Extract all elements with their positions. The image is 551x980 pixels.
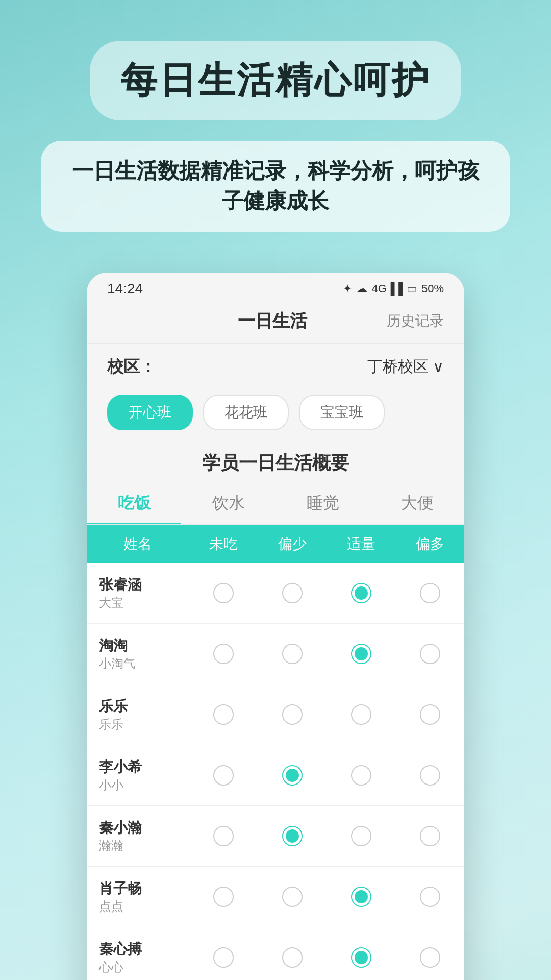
battery-percent: 50% <box>421 282 444 296</box>
radio-cell-less[interactable] <box>258 644 327 664</box>
radio-cell-none[interactable] <box>189 765 258 786</box>
radio-cell-less[interactable] <box>258 704 327 725</box>
radio-cell-none[interactable] <box>189 887 258 907</box>
table-row: 乐乐 乐乐 <box>87 684 464 745</box>
radio-button[interactable] <box>282 583 303 603</box>
table-row: 淘淘 小淘气 <box>87 624 464 684</box>
radio-cell-normal[interactable] <box>327 826 395 846</box>
hero-subtitle: 一日生活数据精准记录，科学分析，呵护孩子健康成长 <box>66 156 485 216</box>
class-tab-huahua[interactable]: 花花班 <box>203 395 289 430</box>
radio-button[interactable] <box>282 887 303 907</box>
table-row: 秦心搏 心心 <box>87 927 464 980</box>
radio-cell-none[interactable] <box>189 644 258 664</box>
student-name-cell: 淘淘 小淘气 <box>87 628 189 680</box>
radio-cell-more[interactable] <box>395 583 464 603</box>
radio-button[interactable] <box>351 704 371 725</box>
student-nickname: 小小 <box>99 777 123 793</box>
radio-button[interactable] <box>213 887 234 907</box>
radio-button[interactable] <box>420 947 440 968</box>
hero-title: 每日生活精心呵护 <box>120 56 431 105</box>
category-tab-eat[interactable]: 吃饭 <box>87 484 181 524</box>
table-row: 张睿涵 大宝 <box>87 563 464 624</box>
radio-button[interactable] <box>420 583 440 603</box>
student-name: 乐乐 <box>99 697 128 716</box>
radio-cell-less[interactable] <box>258 583 327 603</box>
hero-section: 每日生活精心呵护 一日生活数据精准记录，科学分析，呵护孩子健康成长 <box>0 0 551 252</box>
status-bar: 14:24 ✦ ☁ 4G▐▐ ▭ 50% <box>87 273 464 301</box>
radio-button[interactable] <box>213 826 234 846</box>
category-tabs: 吃饭 饮水 睡觉 大便 <box>87 480 464 525</box>
campus-section: 校区： 丁桥校区 ∨ <box>87 344 464 386</box>
radio-button[interactable] <box>213 583 234 603</box>
student-name-cell: 秦小瀚 瀚瀚 <box>87 810 189 862</box>
radio-cell-more[interactable] <box>395 826 464 846</box>
radio-button[interactable] <box>213 704 234 725</box>
student-name-cell: 肖子畅 点点 <box>87 871 189 923</box>
student-name-cell: 李小希 小小 <box>87 749 189 801</box>
radio-cell-less[interactable] <box>258 826 327 846</box>
student-name: 秦小瀚 <box>99 818 142 838</box>
radio-cell-normal[interactable] <box>327 887 395 907</box>
radio-cell-less[interactable] <box>258 887 327 907</box>
radio-button[interactable] <box>420 704 440 725</box>
radio-button[interactable] <box>213 947 234 968</box>
student-nickname: 大宝 <box>99 595 123 611</box>
student-nickname: 心心 <box>99 959 123 975</box>
radio-cell-more[interactable] <box>395 765 464 786</box>
header-none: 未吃 <box>189 525 258 563</box>
category-tab-toilet[interactable]: 大便 <box>370 484 464 524</box>
campus-label: 校区： <box>107 356 156 378</box>
table-row: 肖子畅 点点 <box>87 867 464 927</box>
radio-button[interactable] <box>213 644 234 664</box>
radio-cell-more[interactable] <box>395 644 464 664</box>
radio-button-selected[interactable] <box>351 887 371 907</box>
student-nickname: 小淘气 <box>99 655 136 672</box>
radio-cell-none[interactable] <box>189 947 258 968</box>
category-tab-drink[interactable]: 饮水 <box>181 484 276 524</box>
radio-cell-none[interactable] <box>189 583 258 603</box>
radio-button[interactable] <box>282 644 303 664</box>
table-header: 姓名 未吃 偏少 适量 偏多 <box>87 525 464 563</box>
radio-button[interactable] <box>420 826 440 846</box>
radio-cell-normal[interactable] <box>327 644 395 664</box>
radio-cell-normal[interactable] <box>327 704 395 725</box>
radio-cell-less[interactable] <box>258 947 327 968</box>
radio-button[interactable] <box>420 765 440 786</box>
campus-selector[interactable]: 丁桥校区 ∨ <box>367 356 444 377</box>
radio-cell-normal[interactable] <box>327 947 395 968</box>
radio-cell-less[interactable] <box>258 765 327 786</box>
app-header: 一日生活 历史记录 <box>87 301 464 344</box>
radio-cell-normal[interactable] <box>327 583 395 603</box>
radio-button[interactable] <box>282 704 303 725</box>
radio-cell-more[interactable] <box>395 704 464 725</box>
radio-button[interactable] <box>351 826 371 846</box>
radio-button-selected[interactable] <box>282 765 303 786</box>
radio-button[interactable] <box>351 765 371 786</box>
radio-cell-more[interactable] <box>395 887 464 907</box>
radio-button-selected[interactable] <box>351 583 371 603</box>
hero-subtitle-box: 一日生活数据精准记录，科学分析，呵护孩子健康成长 <box>41 141 510 232</box>
table-row: 李小希 小小 <box>87 745 464 806</box>
student-name: 张睿涵 <box>99 575 142 595</box>
header-normal: 适量 <box>327 525 395 563</box>
radio-cell-none[interactable] <box>189 704 258 725</box>
radio-cell-none[interactable] <box>189 826 258 846</box>
radio-button[interactable] <box>420 644 440 664</box>
radio-button[interactable] <box>420 887 440 907</box>
status-time: 14:24 <box>107 281 143 297</box>
student-name: 李小希 <box>99 757 142 777</box>
radio-button-selected[interactable] <box>282 826 303 846</box>
chevron-down-icon: ∨ <box>433 358 444 376</box>
hero-title-box: 每日生活精心呵护 <box>90 41 461 120</box>
radio-button[interactable] <box>213 765 234 786</box>
radio-button-selected[interactable] <box>351 947 371 968</box>
radio-button-selected[interactable] <box>351 644 371 664</box>
class-tab-kaixin[interactable]: 开心班 <box>107 395 193 430</box>
history-button[interactable]: 历史记录 <box>387 311 444 331</box>
radio-cell-normal[interactable] <box>327 765 395 786</box>
category-tab-sleep[interactable]: 睡觉 <box>276 484 370 524</box>
class-tab-baobao[interactable]: 宝宝班 <box>299 395 385 430</box>
radio-button[interactable] <box>282 947 303 968</box>
student-name-cell: 乐乐 乐乐 <box>87 689 189 741</box>
radio-cell-more[interactable] <box>395 947 464 968</box>
